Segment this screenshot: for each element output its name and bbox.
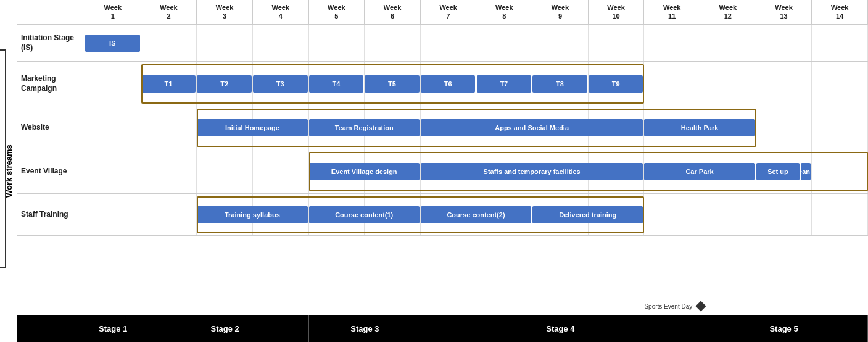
gantt-row-training: Staff TrainingTraining syllabusCourse co… — [17, 194, 868, 236]
bar-clean-up: Clean up — [801, 163, 811, 180]
bar-team-registration: Team Registration — [309, 119, 420, 136]
cell-initiation-w4 — [253, 25, 309, 61]
cell-website-w13 — [756, 106, 812, 149]
cell-initiation-w11 — [644, 25, 700, 61]
row-label-training: Staff Training — [17, 194, 85, 235]
cell-initiation-w10 — [589, 25, 645, 61]
sports-label-col — [17, 301, 85, 315]
bar-T5: T5 — [365, 75, 420, 93]
row-label-marketing: Marketing Campaign — [17, 62, 85, 106]
row-cells-initiation: IS — [85, 25, 868, 61]
sports-event-text: Sports Event Day — [644, 303, 692, 310]
week-header-12: Week12 — [700, 0, 756, 24]
bar-T9: T9 — [589, 75, 643, 93]
bar-T3: T3 — [253, 75, 308, 93]
cell-village-w1 — [85, 149, 141, 193]
cell-initiation-w6 — [365, 25, 421, 61]
stage-stage3: Stage 3 — [309, 315, 421, 342]
row-cells-marketing: T1T2T3T4T5T6T7T8T9 — [85, 62, 868, 106]
cell-initiation-w12 — [700, 25, 756, 61]
bar-T1: T1 — [141, 75, 196, 93]
header-row: Week1Week2Week3Week4Week5Week6Week7Week8… — [17, 0, 868, 25]
bar-IS: IS — [85, 35, 140, 52]
week-header-9: Week9 — [532, 0, 589, 24]
week-header-4: Week4 — [253, 0, 309, 24]
cell-village-w2 — [141, 149, 197, 193]
cell-initiation-w2 — [141, 25, 197, 61]
bar-initial-homepage: Initial Homepage — [197, 119, 307, 136]
week-header-8: Week8 — [476, 0, 532, 24]
cell-village-w4 — [253, 149, 309, 193]
week-header-14: Week14 — [812, 0, 868, 24]
stage-stage5: Stage 5 — [700, 315, 868, 342]
cell-training-w14 — [812, 194, 868, 235]
cell-website-w2 — [141, 106, 197, 149]
bar-health-park: Health Park — [644, 119, 754, 136]
bar-set-up: Set up — [756, 163, 800, 180]
bar-T8: T8 — [532, 75, 587, 93]
gantt-main: Week1Week2Week3Week4Week5Week6Week7Week8… — [17, 0, 868, 342]
stage-label-col — [17, 315, 85, 342]
cell-initiation-w8 — [476, 25, 532, 61]
cell-training-w11 — [644, 194, 700, 235]
gantt-row-initiation: Initiation Stage (IS)IS — [17, 25, 868, 62]
row-label-website: Website — [17, 106, 85, 149]
cell-training-w2 — [141, 194, 197, 235]
gantt-rows: Initiation Stage (IS)ISMarketing Campaig… — [17, 25, 868, 301]
gantt-chart: Work streams Week1Week2Week3Week4Week5We… — [0, 0, 868, 342]
bar-course-content-2: Course content(2) — [421, 206, 531, 223]
stages-row: Stage 1Stage 2Stage 3Stage 4Stage 5 — [85, 315, 868, 342]
week-headers: Week1Week2Week3Week4Week5Week6Week7Week8… — [85, 0, 868, 24]
bar-training-syllabus: Training syllabus — [197, 206, 307, 223]
brace-icon — [0, 49, 6, 268]
week-header-13: Week13 — [756, 0, 812, 24]
week-header-5: Week5 — [309, 0, 365, 24]
week-header-7: Week7 — [421, 0, 477, 24]
row-cells-training: Training syllabusCourse content(1)Course… — [85, 194, 868, 235]
cell-initiation-w14 — [812, 25, 868, 61]
cell-training-w13 — [756, 194, 812, 235]
cell-marketing-w13 — [756, 62, 812, 106]
gantt-row-website: WebsiteInitial HomepageTeam Registration… — [17, 106, 868, 149]
y-axis-label: Work streams — [0, 0, 17, 342]
week-header-6: Week6 — [365, 0, 421, 24]
cell-initiation-w7 — [421, 25, 477, 61]
cell-training-w12 — [700, 194, 756, 235]
sports-event-diamond-icon — [696, 301, 706, 312]
bar-delivered-training: Delivered training — [532, 206, 643, 223]
bar-T4: T4 — [309, 75, 364, 93]
bar-event-village-design: Event Village design — [309, 163, 420, 180]
cell-village-w14 — [812, 149, 868, 193]
cell-website-w1 — [85, 106, 141, 149]
sports-event-label: Sports Event Day — [644, 302, 705, 310]
bar-T2: T2 — [197, 75, 252, 93]
week-header-3: Week3 — [197, 0, 253, 24]
row-label-initiation: Initiation Stage (IS) — [17, 25, 85, 61]
cell-initiation-w13 — [756, 25, 812, 61]
cell-marketing-w11 — [644, 62, 700, 106]
bar-course-content-1: Course content(1) — [309, 206, 420, 223]
cell-initiation-w3 — [197, 25, 253, 61]
cell-marketing-w12 — [700, 62, 756, 106]
cell-initiation-w5 — [309, 25, 365, 61]
cell-village-w3 — [197, 149, 253, 193]
bar-T7: T7 — [477, 75, 532, 93]
cell-website-w14 — [812, 106, 868, 149]
week-header-10: Week10 — [589, 0, 645, 24]
row-cells-village: Event Village designStaffs and temporary… — [85, 149, 868, 193]
bar-T6: T6 — [421, 75, 476, 93]
stage-footer: Stage 1Stage 2Stage 3Stage 4Stage 5 — [17, 315, 868, 342]
stage-stage1: Stage 1 — [85, 315, 141, 342]
stage-stage2: Stage 2 — [141, 315, 309, 342]
bar-car-park: Car Park — [644, 163, 754, 180]
gantt-row-marketing: Marketing CampaignT1T2T3T4T5T6T7T8T9 — [17, 62, 868, 106]
cell-training-w1 — [85, 194, 141, 235]
cell-marketing-w14 — [812, 62, 868, 106]
bar-staffs-facilities: Staffs and temporary facilities — [421, 163, 643, 180]
cell-marketing-w1 — [85, 62, 141, 106]
row-cells-website: Initial HomepageTeam RegistrationApps an… — [85, 106, 868, 149]
sports-event-row: Sports Event Day — [17, 301, 868, 315]
bar-apps-social-media: Apps and Social Media — [421, 119, 643, 136]
gantt-row-village: Event VillageEvent Village designStaffs … — [17, 149, 868, 194]
week-header-1: Week1 — [85, 0, 141, 24]
